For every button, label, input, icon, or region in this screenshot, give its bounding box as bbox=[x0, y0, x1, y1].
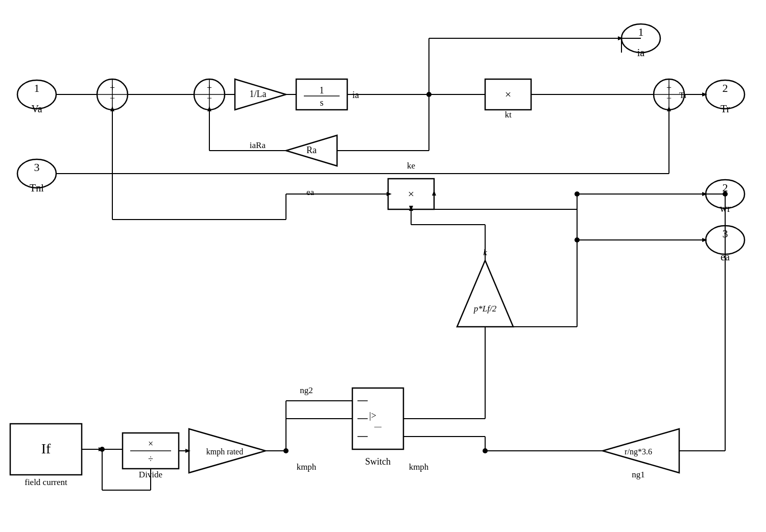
port-tnl-label: Tnl bbox=[30, 182, 44, 194]
gain-ra-label: Ra bbox=[306, 145, 317, 155]
port-va-label: Va bbox=[31, 103, 42, 114]
gain-kmph-label: kmph rated bbox=[206, 447, 243, 456]
mult-ke-label: ke bbox=[407, 161, 415, 171]
kmph-label-top: kmph bbox=[297, 462, 317, 472]
switch-label: Switch bbox=[365, 456, 391, 467]
junction-kmph bbox=[283, 448, 289, 453]
switch-thresh: — bbox=[374, 423, 382, 430]
gain-1la-label: 1/La bbox=[250, 89, 267, 99]
integrator-fraction: 1 bbox=[320, 85, 324, 95]
gain-ra-iaRa: iaRa bbox=[250, 140, 266, 150]
if-label: If bbox=[41, 441, 51, 456]
port-ia-label: ia bbox=[637, 47, 645, 58]
gain-ng1-label: r/ng*3.6 bbox=[625, 447, 652, 456]
diagram-canvas: 1 ia 2 Tr 2 wr 3 ea 1 Va 3 Tnl + − + − 1… bbox=[0, 0, 766, 532]
port-ia-num: 1 bbox=[638, 26, 644, 38]
ng2-label: ng2 bbox=[300, 385, 313, 395]
divide-sym-top: × bbox=[148, 439, 153, 449]
ea-wire-label: ea bbox=[306, 187, 315, 197]
divide-sym-bot: ÷ bbox=[148, 454, 153, 464]
port-tr-label: Tr bbox=[721, 103, 730, 114]
if-sublabel: field current bbox=[25, 477, 67, 487]
integrator-s: s bbox=[320, 98, 323, 108]
mult-kt-sym: × bbox=[505, 88, 511, 101]
port-tnl-num: 3 bbox=[34, 161, 40, 174]
port-tr-num: 2 bbox=[723, 82, 728, 94]
mult-kt-label: kt bbox=[505, 110, 512, 119]
mult-ke-sym: × bbox=[408, 187, 414, 200]
sum3-tr-label: Tr bbox=[679, 90, 687, 100]
port-va-num: 1 bbox=[34, 82, 40, 94]
switch-sym: |> bbox=[369, 410, 376, 421]
gain-ng1-sublabel: ng1 bbox=[632, 470, 645, 479]
kmph-label-bot: kmph bbox=[409, 462, 429, 472]
gain-plf2-label: p*Lf/2 bbox=[473, 304, 497, 313]
